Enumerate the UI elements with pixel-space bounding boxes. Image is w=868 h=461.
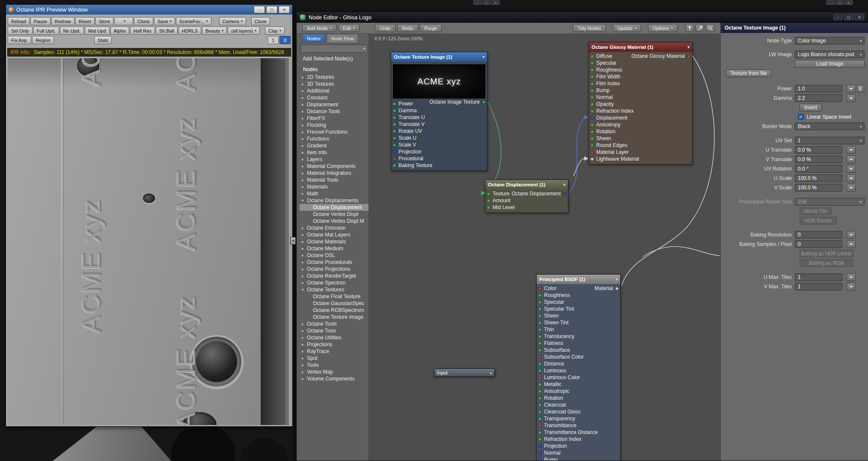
pin-film-width[interactable]: Film Width bbox=[589, 73, 692, 80]
pin-amount[interactable]: Amount bbox=[485, 197, 568, 204]
envelope-button[interactable]: E bbox=[857, 85, 864, 93]
node-glossy[interactable]: Octane Glossy Material (1)▾Octane Glossy… bbox=[589, 42, 693, 165]
tree-category-octane-textures[interactable]: ▾Octane Textures bbox=[300, 286, 369, 293]
pin-specular[interactable]: Specular bbox=[589, 60, 692, 66]
baking-samples-pixel-field[interactable]: 0 bbox=[795, 240, 842, 248]
background-close-button[interactable]: ✕ bbox=[491, 0, 499, 5]
pin-subsurface[interactable]: Subsurface bbox=[537, 347, 620, 353]
tree-category-fiberfx[interactable]: ▸FiberFX bbox=[300, 115, 369, 122]
output-octane-displacement[interactable]: Octane Displacement bbox=[511, 190, 566, 197]
tree-category-octane-rendertarget[interactable]: ▸Octane RenderTarget bbox=[300, 272, 369, 279]
linear-space-invert-checkbox[interactable]: ✓Linear Space Invert bbox=[798, 113, 851, 121]
tree-category-fresnel-functions[interactable]: ▸Fresnel Functions bbox=[300, 129, 369, 135]
power-field[interactable]: 1.0 bbox=[795, 85, 842, 93]
uv-set-dropdown[interactable]: 1▾ bbox=[795, 137, 865, 144]
pin-bump[interactable]: Bump bbox=[589, 87, 692, 94]
u-scale-field[interactable]: 100.0 % bbox=[795, 174, 842, 182]
tree-category-projections[interactable]: ▸Projections bbox=[300, 341, 369, 348]
tree-item-octane-vertex-displ-m[interactable]: Octane Vertex Displ M bbox=[300, 218, 369, 225]
pin-opacity[interactable]: Opacity bbox=[589, 101, 692, 108]
output-octane-image-texture[interactable]: Octane Image Texture bbox=[429, 99, 485, 105]
pin-translucency[interactable]: Translucency bbox=[537, 333, 620, 340]
load-image-button[interactable]: Load Image bbox=[795, 60, 865, 68]
spinner-button[interactable]: ◂▸ bbox=[847, 273, 856, 281]
node-displacement[interactable]: Octane Displacement (1)▾Octane Displacem… bbox=[485, 180, 568, 213]
pin-specular-tint[interactable]: Specular Tint bbox=[537, 305, 620, 312]
tree-category-vertex-map[interactable]: ▸Vertex Map bbox=[300, 368, 369, 375]
spinner-button[interactable]: ◂▸ bbox=[847, 146, 856, 154]
ipr-reset-button[interactable]: Reset bbox=[75, 17, 95, 25]
background-close-button-2[interactable]: ✕ bbox=[844, 0, 853, 5]
edit-button[interactable]: Edit▾ bbox=[338, 24, 360, 32]
close-button[interactable]: ✕ bbox=[279, 6, 290, 13]
ipr-save-dropdown[interactable]: Save▾ bbox=[154, 17, 175, 25]
ipr-hdrls-button[interactable]: HDRLS bbox=[178, 27, 201, 35]
tree-category-volume-components[interactable]: ▸Volume Components bbox=[300, 375, 369, 382]
tree-category-3d-textures[interactable]: ▸3D Textures bbox=[300, 81, 369, 87]
spinner-button[interactable]: ◂▸ bbox=[847, 85, 856, 93]
pin-rotate-uv[interactable]: Rotate UV bbox=[391, 128, 487, 135]
add-node-button[interactable]: Add Node▾ bbox=[302, 24, 336, 32]
pin-transmittance[interactable]: Transmittance bbox=[537, 422, 620, 429]
spinner-button[interactable]: ◂▸ bbox=[847, 283, 856, 290]
tree-item-octane-gaussianspec[interactable]: Octane GaussianSpec bbox=[300, 300, 369, 307]
pin-scale-v[interactable]: Scale V bbox=[391, 141, 487, 148]
tab-node-flow[interactable]: Node Flow bbox=[327, 34, 359, 42]
pin-round-edges[interactable]: Round Edges bbox=[589, 142, 692, 149]
pin-projection[interactable]: Projection bbox=[537, 443, 620, 449]
ne-close-button[interactable]: ✕ bbox=[855, 14, 864, 20]
pin-displacement[interactable]: Displacement bbox=[589, 114, 692, 121]
tree-category-octane-tools[interactable]: ▸Octane Tools bbox=[300, 320, 369, 327]
pin-roughness[interactable]: Roughness bbox=[537, 292, 620, 299]
spinner-button[interactable]: ◂▸ bbox=[847, 174, 856, 182]
pin-procedural[interactable]: Procedural bbox=[391, 155, 487, 162]
spinner-button[interactable]: ◂▸ bbox=[847, 184, 856, 192]
pin-material-layer[interactable]: Material Layer bbox=[589, 149, 692, 156]
v-scale-field[interactable]: 100.0 % bbox=[795, 184, 842, 192]
pin-rotation[interactable]: Rotation bbox=[537, 395, 620, 401]
tree-category-functions[interactable]: ▸Functions bbox=[300, 135, 369, 142]
baking-resolution-field[interactable]: 0 bbox=[795, 231, 842, 239]
tree-category-octane-emission[interactable]: ▸Octane Emission bbox=[300, 225, 369, 231]
pin-thin[interactable]: Thin bbox=[537, 326, 620, 333]
add-selected-nodes-button[interactable]: Add Selected Node(s) bbox=[300, 55, 368, 63]
tree-category-item-info[interactable]: ▸Item Info bbox=[300, 149, 369, 156]
tree-category-octane-mat-layers[interactable]: ▸Octane Mat Layers bbox=[300, 231, 369, 238]
node-bsdf[interactable]: Principled BSDF (1)▾MaterialColorRoughne… bbox=[536, 274, 621, 461]
pin-projection[interactable]: Projection bbox=[391, 148, 487, 155]
node-header-displacement[interactable]: Octane Displacement (1)▾ bbox=[485, 180, 568, 189]
pin-flatness[interactable]: Flatness bbox=[537, 340, 620, 347]
pin-rotation[interactable]: Rotation bbox=[589, 128, 692, 135]
lw-image-dropdown[interactable]: Logo Bianco sfocato.psd▾ bbox=[795, 51, 865, 58]
ipr-sel-only-button[interactable]: Sel Only bbox=[8, 27, 33, 35]
pin-normal[interactable]: Normal bbox=[537, 449, 620, 456]
ipr-stats-button[interactable]: Stats bbox=[94, 36, 112, 44]
pin-refraction-index[interactable]: Refraction Index bbox=[537, 436, 620, 443]
pin-clearcoat[interactable]: Clearcoat bbox=[537, 401, 620, 408]
tree-item-octane-float-texture[interactable]: Octane Float Texture bbox=[300, 293, 369, 300]
uv-rotation-field[interactable]: 0.0 ° bbox=[795, 165, 842, 173]
pin-translate-v[interactable]: Translate V bbox=[391, 121, 487, 128]
pin-bump[interactable]: Bump bbox=[537, 456, 620, 461]
ne-minimize-button[interactable]: – bbox=[833, 14, 843, 20]
v-translate-field[interactable]: 0.0 % bbox=[795, 156, 842, 163]
background-maximize-button[interactable]: □ bbox=[482, 0, 490, 5]
pin-roughness[interactable]: Roughness bbox=[589, 66, 692, 73]
pin-anisotropy[interactable]: Anisotropy bbox=[589, 121, 692, 128]
ne-maximize-button[interactable]: □ bbox=[844, 14, 853, 20]
u-translate-field[interactable]: 0.0 % bbox=[795, 146, 842, 154]
tree-category-octane-materials[interactable]: ▸Octane Materials bbox=[300, 238, 369, 245]
pin-sheen[interactable]: Sheen bbox=[589, 135, 692, 142]
ipr-half-res-button[interactable]: Half Res bbox=[130, 27, 155, 35]
node-editor-titlebar[interactable]: Node Editor - Ghisa Logo – □ ✕ bbox=[297, 12, 868, 23]
purge-button[interactable]: Purge bbox=[420, 24, 442, 32]
ipr-close-button[interactable]: Close bbox=[251, 17, 270, 25]
pin-subsurface-color[interactable]: Subsurface Color bbox=[537, 353, 620, 360]
tree-category-material-integrators[interactable]: ▸Material Integrators bbox=[300, 170, 369, 177]
node-texture-image[interactable]: Octane Texture Image (1)▾ACME xyzOctane … bbox=[391, 52, 488, 171]
pin-baking-texture[interactable]: Baking Texture bbox=[391, 162, 487, 169]
tree-item-octane-texture-image[interactable]: Octane Texture Image bbox=[300, 314, 369, 320]
border-mode-dropdown[interactable]: Black▾ bbox=[795, 123, 865, 130]
texture-from-file-button[interactable]: Texture from file bbox=[726, 69, 771, 77]
tree-category-displacement[interactable]: ▸Displacement bbox=[300, 101, 369, 108]
